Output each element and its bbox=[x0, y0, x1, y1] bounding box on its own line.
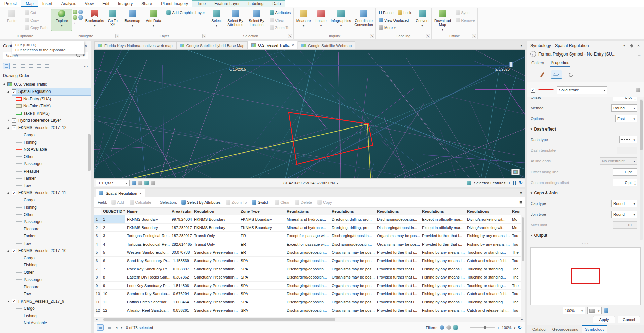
table-cell[interactable]: Touching or standing... bbox=[465, 265, 510, 273]
properties-scrollbar[interactable] bbox=[640, 99, 643, 240]
spinner-buttons[interactable] bbox=[633, 97, 637, 101]
layer-tree-item[interactable]: No-Take (EMA) bbox=[0, 103, 91, 110]
table-row[interactable]: 9 9 Looe Key Sanctuary Pr... 1.514806 Sa… bbox=[94, 282, 525, 290]
dash-type-select[interactable] bbox=[619, 136, 637, 143]
add-graphics-layer-button[interactable]: Add Graphics Layer bbox=[165, 9, 206, 16]
view-tab[interactable]: Google Satellite Hybrid Base Map bbox=[176, 41, 248, 49]
select-button[interactable]: Select bbox=[209, 9, 224, 31]
fixed-zoom-in-icon[interactable] bbox=[78, 10, 83, 14]
menu-tab[interactable]: Edit bbox=[98, 0, 114, 7]
layer-label[interactable]: Pleasure bbox=[24, 169, 39, 174]
locate-button[interactable]: Locate bbox=[313, 9, 329, 31]
layer-label[interactable]: Cargo bbox=[24, 256, 35, 260]
table-cell[interactable]: Provided further that i... bbox=[375, 282, 420, 290]
more-labeling-button[interactable]: More bbox=[377, 24, 413, 31]
table-cell[interactable]: 1 bbox=[94, 215, 101, 224]
layer-label[interactable]: Not Available bbox=[24, 147, 47, 152]
layer-tree-item[interactable]: Cargo bbox=[0, 196, 91, 204]
table-cell[interactable]: 3 bbox=[101, 232, 125, 240]
table-cell[interactable]: Mineral and hydrocar... bbox=[285, 215, 330, 224]
layer-label[interactable]: Fishing bbox=[24, 205, 37, 210]
dock-tab[interactable]: Geoprocessing bbox=[549, 325, 581, 333]
layer-tree-item[interactable]: Tanker bbox=[0, 175, 91, 182]
layer-tree-item[interactable]: Hybrid Reference Layer bbox=[0, 117, 91, 124]
table-cell[interactable]: Sand Key Sanctuary Pr... bbox=[125, 257, 170, 265]
table-cell[interactable]: Alligator Reef Sanctua... bbox=[125, 306, 170, 315]
dock-tab[interactable]: Catalog bbox=[529, 325, 549, 333]
table-cell[interactable]: Fishing by any means i... bbox=[465, 240, 510, 249]
table-cell[interactable]: Discharging/depositin... bbox=[285, 290, 330, 298]
layer-visibility-checkbox[interactable] bbox=[12, 118, 16, 123]
table-cell[interactable]: Except in officially mar... bbox=[420, 224, 465, 232]
table-cell[interactable]: 0.836261 bbox=[170, 306, 192, 315]
table-cell[interactable]: Organisms may be pos... bbox=[375, 232, 420, 240]
clear-selection-button[interactable]: Clear bbox=[268, 16, 292, 24]
table-cell[interactable]: Organisms may be pos... bbox=[330, 257, 375, 265]
layer-tree-item[interactable]: Other bbox=[0, 211, 91, 218]
refresh-table-icon[interactable] bbox=[518, 325, 522, 330]
table-cell[interactable]: SPA bbox=[239, 282, 285, 290]
layer-tree-item[interactable]: FKNMS_Vessels_2017_9 bbox=[0, 298, 91, 305]
symbol-tab-brush-icon[interactable] bbox=[537, 70, 547, 79]
table-cell[interactable]: FKNMS Boundary bbox=[239, 215, 285, 224]
cancel-button[interactable]: Cancel bbox=[618, 316, 640, 323]
table-cell[interactable]: Sombrero Key Sanctua... bbox=[125, 290, 170, 298]
miter-limit-input[interactable]: 10 bbox=[613, 221, 637, 229]
layer-dialog-launcher-icon[interactable] bbox=[202, 34, 206, 38]
table-cell[interactable]: Fishing by any means i... bbox=[420, 282, 465, 290]
layer-tree-item[interactable]: Take (FKNMS) bbox=[0, 110, 91, 117]
dash-template-input[interactable] bbox=[617, 147, 637, 154]
table-cell[interactable]: 0.367862 bbox=[170, 273, 192, 282]
table-cell[interactable]: Catch and release fishi... bbox=[465, 257, 510, 265]
stroke-layer-checkbox[interactable] bbox=[531, 88, 535, 92]
table-cell[interactable]: Organisms may be pos... bbox=[330, 306, 375, 315]
inquiry-dialog-launcher-icon[interactable] bbox=[370, 34, 374, 38]
measure-button[interactable]: Measure bbox=[295, 9, 312, 31]
table-cell[interactable]: Dredging, drilling, pro... bbox=[330, 215, 375, 224]
layer-tree-item[interactable]: Fishing bbox=[0, 139, 91, 146]
table-cell[interactable]: Fishing by any means i... bbox=[420, 265, 465, 273]
table-cell[interactable]: Organisms may be pos... bbox=[330, 273, 375, 282]
join-type-select[interactable]: Round bbox=[611, 211, 637, 218]
table-cell[interactable]: Discharging/depositin... bbox=[375, 224, 420, 232]
layer-label[interactable]: FKNMS_Vessels_2017_11 bbox=[18, 190, 66, 195]
options-select[interactable]: Fast bbox=[615, 115, 637, 122]
zoom-slider[interactable] bbox=[470, 327, 495, 328]
layer-visibility-checkbox[interactable] bbox=[12, 89, 16, 94]
layer-tree-item[interactable]: FKNMS_Vessels_2017_11 bbox=[0, 189, 91, 197]
table-cell[interactable]: Provided further that i... bbox=[375, 273, 420, 282]
layer-tree-item[interactable]: FKNMS_Vessels_2017_10 bbox=[0, 247, 91, 255]
map-canvas[interactable]: 6/15/2015 2/5/2020 bbox=[94, 50, 525, 178]
table-cell[interactable]: Discharging/depositin... bbox=[330, 240, 375, 249]
lock-labels-button[interactable]: Lock bbox=[396, 9, 413, 16]
select-by-location-button[interactable]: Select By Location bbox=[247, 9, 267, 31]
layer-tree-item[interactable]: Other bbox=[0, 269, 91, 276]
convert-labels-button[interactable]: Convert bbox=[414, 9, 430, 31]
table-cell[interactable]: Fishing by any means i... bbox=[420, 248, 465, 257]
layer-tree-item[interactable]: Tanker bbox=[0, 233, 91, 240]
list-by-editing-button[interactable] bbox=[27, 63, 34, 69]
table-row[interactable]: 12 12 Alligator Reef Sanctua... 0.836261… bbox=[94, 306, 525, 315]
table-cell[interactable]: 6 bbox=[94, 257, 101, 265]
table-cell[interactable]: 6 bbox=[101, 257, 125, 265]
table-cell[interactable]: Tortugas Ecological Re... bbox=[125, 232, 170, 240]
bookmarks-button[interactable]: Bookmarks bbox=[84, 9, 105, 31]
table-cell[interactable]: 4 bbox=[94, 240, 101, 249]
layer-label[interactable]: Fishing bbox=[24, 263, 37, 267]
table-cell[interactable]: Discharging/depositin... bbox=[285, 265, 330, 273]
back-icon[interactable] bbox=[530, 51, 536, 57]
properties-scrollbar-thumb[interactable] bbox=[640, 100, 643, 150]
table-cell[interactable]: 7 bbox=[94, 265, 101, 273]
scroll-left-icon[interactable]: ◄ bbox=[94, 317, 99, 322]
table-cell[interactable]: Sanctuary Preservation... bbox=[192, 265, 239, 273]
table-row[interactable]: 10 10 Sombrero Key Sanctua... 0.676294 S… bbox=[94, 290, 525, 298]
offset-input[interactable]: 0 pt bbox=[613, 97, 637, 101]
copy-button[interactable]: Copy bbox=[23, 16, 49, 24]
spinner-buttons[interactable] bbox=[633, 179, 637, 186]
layer-label[interactable]: Tow bbox=[24, 292, 31, 296]
layer-visibility-checkbox[interactable] bbox=[12, 249, 16, 253]
preview-options-icon[interactable] bbox=[604, 308, 608, 313]
layer-label[interactable]: FKNMS_Vessels_2017_12 bbox=[18, 125, 66, 130]
layer-label[interactable]: Passenger bbox=[24, 219, 43, 224]
spinner-buttons[interactable] bbox=[633, 169, 637, 175]
